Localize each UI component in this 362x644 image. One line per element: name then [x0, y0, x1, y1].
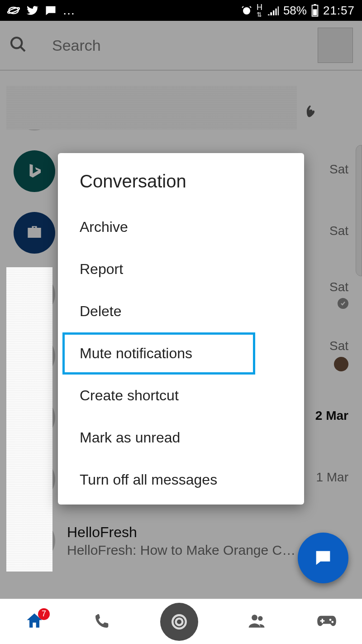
- nav-games[interactable]: [316, 613, 338, 631]
- chat-bubble-icon: [44, 4, 57, 17]
- signal-icon: [267, 5, 279, 15]
- dialog-item-delete[interactable]: Delete: [58, 290, 304, 332]
- status-bar: … H ⇅ 58% 21:57: [0, 0, 362, 21]
- data-icon: H ⇅: [257, 3, 262, 18]
- svg-point-2: [243, 7, 250, 14]
- nav-people[interactable]: [247, 611, 267, 633]
- dialog-item-archive[interactable]: Archive: [58, 206, 304, 248]
- new-message-fab[interactable]: [298, 533, 348, 583]
- more-icon: …: [62, 3, 75, 18]
- svg-point-8: [176, 618, 183, 625]
- svg-point-7: [172, 615, 186, 628]
- dialog-title: Conversation: [58, 171, 304, 206]
- nav-calls[interactable]: [93, 612, 111, 632]
- dialog-item-mute-notifications[interactable]: Mute notifications: [62, 332, 255, 375]
- twitter-icon: [25, 4, 39, 17]
- clock-text: 21:57: [323, 4, 355, 18]
- nav-home-badge: 7: [38, 608, 50, 620]
- svg-rect-4: [314, 4, 316, 5]
- planet-icon: [7, 4, 20, 17]
- svg-point-10: [258, 616, 262, 620]
- nav-camera[interactable]: [160, 603, 198, 641]
- svg-rect-5: [313, 9, 317, 15]
- svg-point-1: [7, 7, 20, 14]
- camera-icon: [169, 612, 189, 632]
- dialog-item-turn-off-messages[interactable]: Turn off all messages: [58, 459, 304, 501]
- redacted-region: [6, 267, 52, 572]
- dialog-item-create-shortcut[interactable]: Create shortcut: [58, 375, 304, 417]
- conversation-dialog: Conversation Archive Report Delete Mute …: [58, 153, 304, 505]
- svg-point-9: [252, 615, 257, 620]
- nav-home[interactable]: 7: [24, 611, 44, 633]
- bottom-nav: 7: [0, 599, 362, 644]
- alarm-icon: [241, 5, 252, 16]
- dialog-item-report[interactable]: Report: [58, 248, 304, 290]
- dialog-item-mark-unread[interactable]: Mark as unread: [58, 417, 304, 459]
- message-icon: [313, 548, 333, 568]
- battery-icon: [311, 4, 319, 17]
- battery-percent: 58%: [283, 4, 307, 18]
